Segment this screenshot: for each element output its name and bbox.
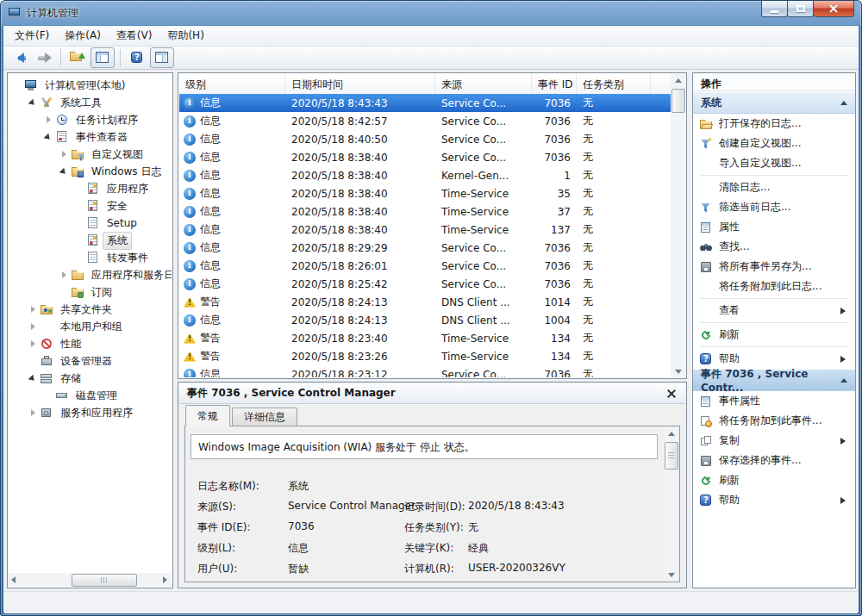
event-row[interactable]: 信息2020/5/18 8:43:43Service Co...7036无 <box>179 94 671 112</box>
tree-item[interactable]: Windows 日志 <box>9 163 172 180</box>
event-row[interactable]: 信息2020/5/18 8:42:57Service Co...7036无 <box>179 112 671 130</box>
scrollbar-thumb[interactable] <box>72 574 137 587</box>
tree-item[interactable]: 转发事件 <box>9 249 172 266</box>
tree-item[interactable]: 磁盘管理 <box>9 387 172 404</box>
event-row[interactable]: 信息2020/5/18 8:38:40Time-Service35无 <box>179 184 671 202</box>
event-row[interactable]: 信息2020/5/18 8:25:42Service Co...7036无 <box>179 275 671 293</box>
action-item[interactable]: 导入自定义视图... <box>693 153 855 173</box>
forward-button[interactable] <box>33 48 55 68</box>
show-console-tree-button[interactable] <box>91 47 115 68</box>
event-row[interactable]: 信息2020/5/18 8:38:40Service Co...7036无 <box>179 148 671 166</box>
expand-arrow-icon[interactable] <box>59 269 71 281</box>
minimize-button[interactable] <box>761 1 788 17</box>
action-item[interactable]: 复制 <box>693 431 855 451</box>
collapse-arrow-icon[interactable] <box>28 372 40 384</box>
event-row[interactable]: 信息2020/5/18 8:38:40Kernel-Gen...1无 <box>179 166 671 184</box>
event-row[interactable]: 信息2020/5/18 8:26:01Service Co...7036无 <box>179 257 671 275</box>
tree-item[interactable]: 系统 <box>9 232 172 249</box>
action-item[interactable]: 事件属性 <box>693 391 855 411</box>
scroll-down-button[interactable] <box>665 567 678 581</box>
tree-item[interactable]: 应用程序 <box>9 180 172 197</box>
event-row[interactable]: 信息2020/5/18 8:38:40Time-Service137无 <box>179 221 671 239</box>
scrollbar-track[interactable] <box>664 441 678 567</box>
tree-item[interactable]: 服务和应用程序 <box>9 404 172 421</box>
action-item[interactable]: 清除日志... <box>693 177 855 197</box>
tree-item[interactable]: 性能 <box>9 335 172 352</box>
collapse-arrow-icon[interactable] <box>28 96 40 109</box>
actions-section-header[interactable]: 系统 <box>693 91 855 114</box>
action-item[interactable]: 将任务附加到此事件... <box>693 411 855 431</box>
close-button[interactable] <box>814 1 854 17</box>
tree-item[interactable]: 共享文件夹 <box>9 301 172 318</box>
action-item[interactable]: 将所有事件另存为... <box>693 257 855 277</box>
tree-item[interactable]: 订阅 <box>9 283 172 301</box>
collapse-arrow-icon[interactable] <box>840 97 847 105</box>
event-row[interactable]: 信息2020/5/18 8:24:13DNS Client ...1004无 <box>179 311 671 329</box>
menu-item[interactable]: 操作(A) <box>57 26 109 46</box>
actions-section-header[interactable]: 事件 7036 , Service Contr... <box>693 369 855 391</box>
tab-details[interactable]: 详细信息 <box>232 408 297 426</box>
back-button[interactable] <box>9 48 31 68</box>
tree-horizontal-scrollbar[interactable] <box>9 573 172 587</box>
tab-general[interactable]: 常规 <box>185 405 230 426</box>
event-row[interactable]: 信息2020/5/18 8:23:12Service Co...7036无 <box>179 365 671 377</box>
collapse-arrow-icon[interactable] <box>840 375 847 383</box>
tree-item[interactable]: 安全 <box>9 197 172 215</box>
detail-scrollbar[interactable] <box>664 427 678 581</box>
expand-arrow-icon[interactable] <box>43 114 55 126</box>
column-header[interactable]: 来源 <box>435 74 532 94</box>
event-row[interactable]: 警告2020/5/18 8:23:26Time-Service134无 <box>179 347 671 365</box>
scrollbar-thumb[interactable] <box>665 442 678 470</box>
event-row[interactable]: 信息2020/5/18 8:29:29Service Co...7036无 <box>179 239 671 257</box>
tree-item[interactable]: 存储 <box>9 370 172 387</box>
collapse-arrow-icon[interactable] <box>43 131 55 143</box>
show-action-pane-button[interactable] <box>150 47 174 68</box>
menu-item[interactable]: 帮助(H) <box>159 26 211 46</box>
column-header[interactable]: 事件 ID <box>532 74 577 94</box>
action-item[interactable]: 查看 <box>693 301 855 320</box>
tree-item[interactable]: 系统工具 <box>9 94 172 111</box>
scroll-right-button[interactable] <box>158 573 172 587</box>
event-row[interactable]: 警告2020/5/18 8:24:13DNS Client ...1014无 <box>179 293 671 311</box>
tree-item[interactable]: Setup <box>9 215 172 232</box>
collapse-arrow-icon[interactable] <box>59 165 71 177</box>
event-row[interactable]: 信息2020/5/18 8:40:50Service Co...7036无 <box>179 130 671 148</box>
expand-arrow-icon[interactable] <box>28 303 40 315</box>
scroll-left-button[interactable] <box>9 573 22 587</box>
help-button[interactable] <box>126 48 148 68</box>
tree-item[interactable]: 本地用户和组 <box>9 318 172 335</box>
tree-item[interactable]: 任务计划程序 <box>9 111 172 128</box>
tree-item[interactable]: 设备管理器 <box>9 352 172 370</box>
action-item[interactable]: 查找... <box>693 237 855 257</box>
action-item[interactable]: 刷新 <box>693 325 855 345</box>
expand-arrow-icon[interactable] <box>59 148 71 160</box>
scroll-up-button[interactable] <box>671 74 685 88</box>
event-row[interactable]: 警告2020/5/18 8:23:40Time-Service134无 <box>179 329 671 347</box>
action-item[interactable]: 创建自定义视图... <box>693 134 855 153</box>
scroll-up-button[interactable] <box>665 427 678 441</box>
folder-up-button[interactable] <box>66 48 89 68</box>
action-item[interactable]: 刷新 <box>693 470 855 490</box>
action-item[interactable]: 筛选当前日志... <box>693 197 855 217</box>
event-row[interactable]: 信息2020/5/18 8:38:40Time-Service37无 <box>179 202 671 221</box>
scrollbar-thumb[interactable] <box>671 89 685 113</box>
action-item[interactable]: 保存选择的事件... <box>693 451 855 470</box>
scrollbar-track[interactable] <box>22 573 158 587</box>
menu-item[interactable]: 文件(F) <box>7 26 57 46</box>
tree-item[interactable]: 应用程序和服务日志 <box>9 266 172 283</box>
column-header[interactable]: 级别 <box>179 74 285 94</box>
close-detail-icon[interactable] <box>665 388 678 400</box>
maximize-button[interactable] <box>788 1 814 17</box>
tree-item[interactable]: 事件查看器 <box>9 128 172 146</box>
action-item[interactable]: 打开保存的日志... <box>693 114 855 134</box>
tree-item[interactable]: 自定义视图 <box>9 146 172 163</box>
scroll-down-button[interactable] <box>671 364 685 377</box>
column-header[interactable]: 日期和时间 <box>285 74 435 94</box>
action-item[interactable]: 帮助 <box>693 490 855 510</box>
expand-arrow-icon[interactable] <box>28 320 40 333</box>
expand-arrow-icon[interactable] <box>28 407 40 419</box>
menu-item[interactable]: 查看(V) <box>109 26 160 46</box>
scrollbar-track[interactable] <box>671 88 685 364</box>
action-item[interactable]: 属性 <box>693 217 855 237</box>
action-item[interactable]: 将任务附加到此日志... <box>693 277 855 296</box>
